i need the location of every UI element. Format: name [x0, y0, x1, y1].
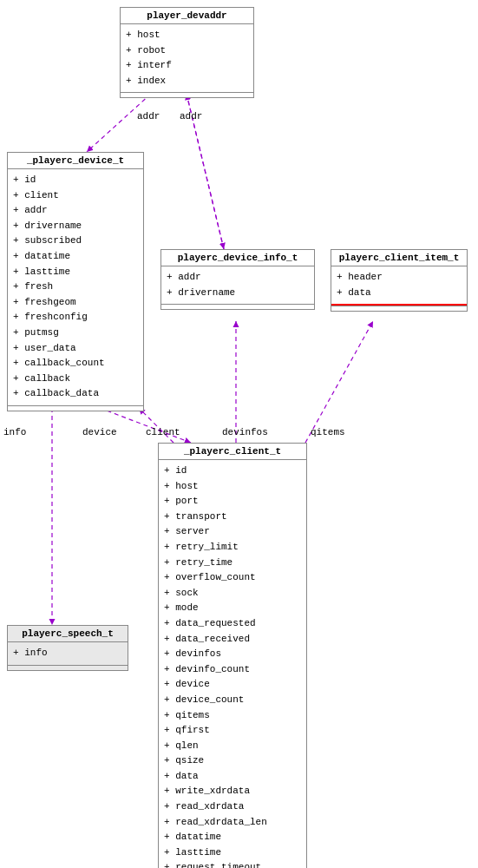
svg-line-6: [305, 321, 373, 443]
field: + addr: [13, 203, 138, 219]
field: + drivername: [13, 219, 138, 234]
field: + read_xdrdata_len: [164, 815, 301, 831]
field: + id: [13, 173, 138, 188]
field: + lasttime: [164, 845, 301, 861]
field: + devinfo_count: [164, 662, 301, 678]
field: + host: [126, 28, 248, 43]
field: + user_data: [13, 341, 138, 357]
field: + client: [13, 188, 138, 204]
field: + id: [164, 464, 301, 479]
playerc-speech-t-box: playerc_speech_t + info: [7, 625, 128, 671]
playerc-device-info-t-footer: [161, 304, 314, 309]
field: + server: [164, 524, 301, 540]
player-devaddr-box: player_devaddr + host + robot + interf +…: [120, 7, 254, 98]
addr-label-right: addr: [180, 111, 202, 122]
field: + write_xdrdata: [164, 784, 301, 799]
player-devaddr-body: + host + robot + interf + index: [121, 24, 253, 92]
field: + header: [337, 270, 462, 286]
field: + interf: [126, 58, 248, 74]
field: + addr: [167, 270, 309, 286]
field: + freshconfig: [13, 310, 138, 326]
field: + robot: [126, 43, 248, 59]
playerc-client-item-t-box: playerc_client_item_t + header + data: [331, 249, 468, 312]
field: + host: [164, 479, 301, 495]
field: + lasttime: [13, 265, 138, 280]
field: + data_requested: [164, 616, 301, 632]
playerc-client-item-t-title: playerc_client_item_t: [331, 250, 467, 266]
field: + data: [164, 769, 301, 785]
playerc-client-t-box: _playerc_client_t + id + host + port + t…: [158, 443, 307, 868]
field: + callback_count: [13, 356, 138, 372]
field: + devinfos: [164, 647, 301, 662]
field: + device: [164, 677, 301, 693]
field: + retry_limit: [164, 540, 301, 556]
field: + subscribed: [13, 233, 138, 249]
field: + qfirst: [164, 723, 301, 739]
playerc-device-t-title: _playerc_device_t: [8, 153, 143, 169]
playerc-device-info-t-title: playerc_device_info_t: [161, 250, 314, 266]
svg-line-3: [100, 408, 191, 443]
field: + drivername: [167, 286, 309, 301]
device-label: device: [82, 427, 117, 437]
field: + overflow_count: [164, 570, 301, 586]
playerc-client-t-body: + id + host + port + transport + server …: [159, 460, 306, 868]
playerc-client-item-t-footer: [331, 306, 467, 311]
player-devaddr-title: player_devaddr: [121, 8, 253, 24]
field: + info: [13, 646, 122, 661]
client-label: client: [146, 427, 180, 437]
playerc-client-item-t-body: + header + data: [331, 266, 467, 306]
field: + datatime: [164, 830, 301, 845]
field: + callback_data: [13, 386, 138, 402]
field: + data: [337, 286, 462, 301]
field: + qitems: [164, 708, 301, 724]
field: + fresh: [13, 279, 138, 295]
field: + freshgeom: [13, 295, 138, 311]
field: + port: [164, 494, 301, 510]
field: + sock: [164, 586, 301, 602]
playerc-speech-t-title: playerc_speech_t: [8, 626, 128, 642]
field: + read_xdrdata: [164, 799, 301, 815]
playerc-device-info-t-body: + addr + drivername: [161, 266, 314, 304]
field: + index: [126, 74, 248, 89]
addr-label-left: addr: [137, 111, 160, 122]
playerc-device-info-t-box: playerc_device_info_t + addr + drivernam…: [160, 249, 315, 310]
field: + transport: [164, 510, 301, 525]
field: + retry_time: [164, 556, 301, 571]
field: + data_received: [164, 632, 301, 648]
playerc-device-t-body: + id + client + addr + drivername + subs…: [8, 169, 143, 405]
svg-line-0: [87, 94, 151, 152]
field: + callback: [13, 372, 138, 387]
field: + qlen: [164, 739, 301, 754]
qitems-label: qitems: [311, 427, 345, 437]
svg-line-4: [139, 408, 174, 443]
info-label: info: [3, 427, 26, 437]
player-devaddr-footer: [121, 92, 253, 97]
field: + putmsg: [13, 326, 138, 341]
playerc-speech-t-footer: [8, 665, 128, 670]
field: + qsize: [164, 753, 301, 769]
devinfos-label: devinfos: [222, 427, 268, 437]
playerc-speech-t-body: + info: [8, 642, 128, 665]
playerc-client-t-title: _playerc_client_t: [159, 444, 306, 460]
field: + request_timeout: [164, 860, 301, 868]
uml-diagram: player_devaddr + host + robot + interf +…: [0, 0, 478, 868]
playerc-device-t-box: _playerc_device_t + id + client + addr +…: [7, 152, 144, 411]
field: + datatime: [13, 249, 138, 265]
field: + mode: [164, 601, 301, 616]
playerc-device-t-footer: [8, 405, 143, 411]
field: + device_count: [164, 693, 301, 708]
